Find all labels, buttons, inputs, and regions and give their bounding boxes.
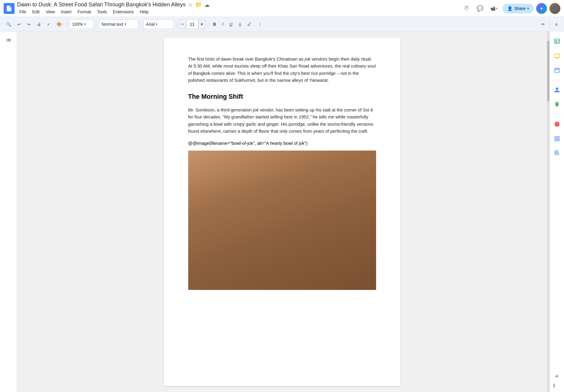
add-addon-button[interactable]: + — [551, 370, 563, 382]
separator-6 — [550, 21, 550, 28]
font-style-value: Normal text — [102, 22, 123, 27]
meet-icon: 📹 — [490, 6, 496, 11]
extensions-icon[interactable] — [551, 133, 563, 145]
title-area: Dawn to Dusk: A Street Food Safari Throu… — [17, 2, 459, 15]
share-label: Share — [514, 6, 526, 11]
font-size-increase[interactable]: + — [198, 19, 205, 29]
underline-button[interactable]: U — [227, 19, 235, 29]
font-name-chevron: ▾ — [156, 22, 157, 26]
scrollbar-track[interactable] — [547, 32, 549, 392]
undo-button[interactable]: ↩ — [15, 19, 23, 29]
right-actions: ⏱ 💬 📹 ▾ 👤 Share ▾ ✦ 👤 — [461, 3, 560, 14]
sidebar-collapse-button[interactable]: ❯ — [551, 382, 557, 388]
gemini-button[interactable]: ✦ — [536, 3, 547, 14]
text-color-a: A — [239, 22, 241, 27]
italic-button[interactable]: I — [220, 19, 226, 29]
jok-italic-1: jok — [305, 57, 310, 61]
main-area: The first hints of dawn break over Bangk… — [0, 32, 564, 392]
zoom-chevron: ▾ — [84, 22, 86, 26]
wood-background — [188, 151, 376, 290]
separator-4 — [176, 21, 176, 28]
zoom-dropdown[interactable]: 100% ▾ — [69, 19, 94, 29]
menu-help[interactable]: Help — [137, 9, 151, 15]
document-title[interactable]: Dawn to Dusk: A Street Food Safari Throu… — [17, 2, 185, 8]
meet-chevron: ▾ — [496, 7, 498, 10]
search-button[interactable]: 🔍 — [4, 19, 14, 29]
bold-button[interactable]: B — [211, 19, 219, 29]
share-icon: 👤 — [507, 6, 512, 11]
svg-rect-40 — [554, 54, 559, 58]
bowl-container — [188, 151, 376, 290]
share-chevron: ▾ — [527, 7, 529, 10]
font-size-decrease[interactable]: − — [179, 19, 186, 29]
print-button[interactable]: 🖨 — [34, 19, 43, 29]
docs-addon-icon[interactable] — [551, 147, 563, 159]
cloud-icon[interactable]: ☁ — [204, 2, 210, 8]
svg-rect-49 — [555, 137, 556, 138]
menu-insert[interactable]: Insert — [58, 9, 74, 15]
top-bar: Dawn to Dusk: A Street Food Safari Throu… — [0, 0, 564, 17]
paint-format-button[interactable]: 🎨 — [54, 19, 64, 29]
font-size-area: − + — [179, 19, 205, 29]
menu-edit[interactable]: Edit — [30, 9, 42, 15]
svg-rect-51 — [557, 137, 559, 138]
body-paragraph-1: Mr. Somboon, a third-generation jok vend… — [188, 107, 376, 135]
separator-3 — [141, 21, 141, 28]
document-area: The first hints of dawn break over Bangk… — [17, 32, 547, 392]
menu-format[interactable]: Format — [75, 9, 93, 15]
zoom-value: 100% — [72, 22, 83, 27]
task-management-icon[interactable]: ! — [551, 118, 563, 130]
redo-button[interactable]: ↪ — [25, 19, 33, 29]
text-color-button[interactable]: A — [236, 19, 244, 29]
doc-icon[interactable] — [4, 3, 15, 14]
separator-5 — [208, 21, 208, 28]
pen-mode-button[interactable]: ✏ — [539, 19, 547, 29]
right-sidebar-bottom: + ❯ — [551, 370, 563, 388]
contacts-icon[interactable] — [551, 84, 563, 96]
comment-button[interactable]: 💬 — [475, 3, 486, 14]
more-options-button[interactable]: ⋮ — [255, 19, 264, 29]
maps-icon[interactable] — [551, 98, 563, 111]
jok-italic-2: jok — [253, 108, 259, 112]
font-style-dropdown[interactable]: Normal text ▾ — [99, 19, 138, 29]
outline-icon[interactable] — [2, 35, 15, 47]
image-macro: @@image(filename="bowl-of-jok", alt="A h… — [188, 140, 376, 147]
folder-icon[interactable]: 📁 — [195, 2, 202, 8]
svg-rect-52 — [557, 139, 559, 141]
slides-addon-icon[interactable] — [551, 50, 563, 62]
right-sidebar: ! + ❯ — [549, 32, 564, 392]
morning-shift-heading: The Morning Shift — [188, 91, 376, 102]
menu-bar: File Edit View Insert Format Tools Exten… — [17, 8, 459, 15]
star-icon[interactable]: ☆ — [188, 2, 193, 8]
calendar-addon-icon[interactable] — [551, 64, 563, 76]
highlight-button[interactable]: 🖊 — [245, 19, 254, 29]
avatar-initial: 👤 — [552, 6, 558, 11]
highlight-icon: 🖊 — [247, 22, 252, 27]
document-page: The first hints of dawn break over Bangk… — [164, 38, 400, 386]
menu-file[interactable]: File — [17, 9, 29, 15]
user-avatar[interactable]: 👤 — [549, 3, 560, 14]
font-name-value: Arial — [146, 22, 155, 27]
menu-extensions[interactable]: Extensions — [111, 9, 136, 15]
menu-view[interactable]: View — [43, 9, 57, 15]
scrollbar-thumb[interactable] — [547, 41, 549, 101]
toolbar: 🔍 ↩ ↪ 🖨 ✓ 🎨 100% ▾ Normal text ▾ Arial ▾… — [0, 17, 564, 32]
svg-text:!: ! — [556, 123, 557, 126]
separator-2 — [96, 21, 96, 28]
history-button[interactable]: ⏱ — [461, 3, 472, 14]
left-sidebar — [0, 32, 17, 392]
font-name-dropdown[interactable]: Arial ▾ — [143, 19, 174, 29]
meet-button[interactable]: 📹 ▾ — [488, 3, 500, 14]
spellcheck-button[interactable]: ✓ — [45, 19, 53, 29]
menu-tools[interactable]: Tools — [95, 9, 109, 15]
document-body: The first hints of dawn break over Bangk… — [188, 56, 376, 290]
font-size-input[interactable] — [186, 19, 198, 29]
collapse-button[interactable]: ∧ — [552, 19, 560, 29]
intro-paragraph: The first hints of dawn break over Bangk… — [188, 56, 376, 84]
food-image — [188, 151, 376, 290]
toolbar-right: ✏ ∧ — [539, 19, 560, 29]
sheets-addon-icon[interactable] — [551, 35, 563, 47]
share-button[interactable]: 👤 Share ▾ — [502, 4, 534, 13]
title-icons: ☆ 📁 ☁ — [188, 2, 210, 8]
svg-rect-36 — [555, 39, 559, 44]
